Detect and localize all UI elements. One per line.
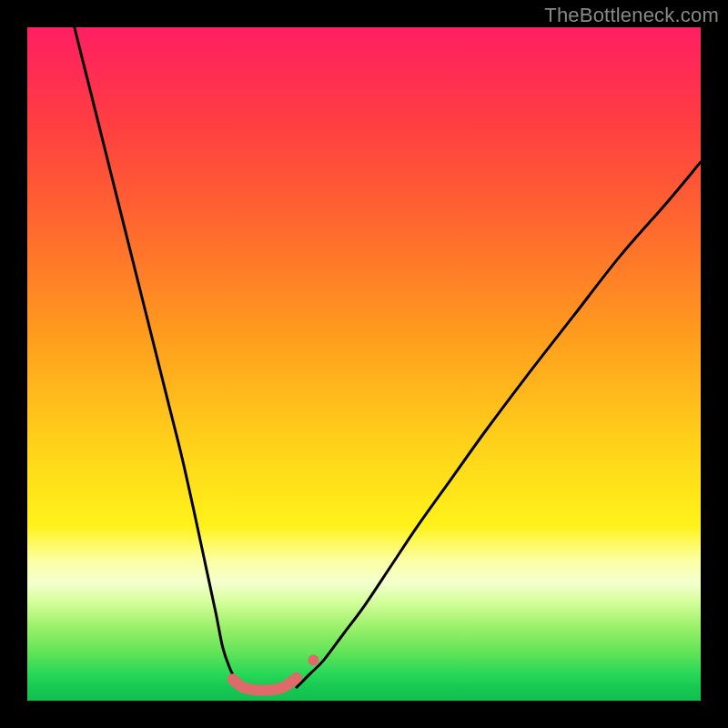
valley-dot-right bbox=[308, 655, 319, 666]
valley-floor bbox=[233, 678, 297, 691]
valley-markers bbox=[308, 655, 319, 666]
curve-layer bbox=[27, 27, 701, 701]
curve-left bbox=[75, 27, 243, 687]
chart-frame: TheBottleneck.com bbox=[0, 0, 728, 728]
plot-area bbox=[27, 27, 701, 701]
curve-right bbox=[297, 162, 701, 687]
watermark-text: TheBottleneck.com bbox=[544, 4, 719, 27]
